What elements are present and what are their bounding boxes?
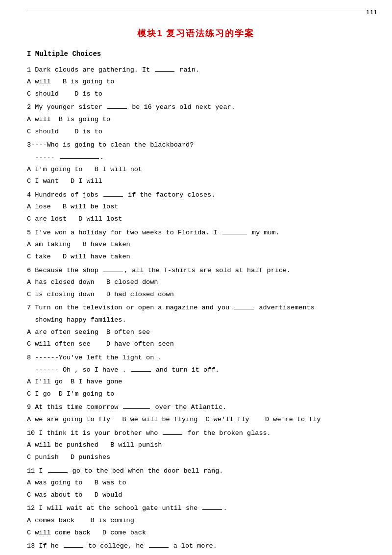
question-9: 9 At this time tomorrow over the Atlanti… <box>27 402 365 425</box>
q5-opt2: C take D will have taken <box>27 251 365 263</box>
q11-text: 11 I go to the bed when the door bell ra… <box>27 465 365 477</box>
q7-opt2: C will often see D have often seen <box>27 338 365 350</box>
q3-opt1: A I'm going to B I will not <box>27 164 365 176</box>
q7-text1: 7 Turn on the television or open a magaz… <box>27 302 365 314</box>
question-5: 5 I've won a holiday for two weeks to Fl… <box>27 227 365 263</box>
page-number-top: 111 <box>366 9 377 16</box>
question-2: 2 My younger sister be 16 years old next… <box>27 101 365 137</box>
q12-blank <box>202 509 222 510</box>
question-4: 4 Hundreds of jobs if the factory closes… <box>27 189 365 225</box>
q3-text1: 3----Who is going to clean the blackboar… <box>27 139 365 151</box>
q4-blank <box>103 196 123 197</box>
q9-opt1: A we are going to fly B we will be flyin… <box>27 414 365 426</box>
q2-opt2: C should D is to <box>27 126 365 138</box>
question-3: 3----Who is going to clean the blackboar… <box>27 139 365 187</box>
q3-text2: ----- . <box>27 151 365 163</box>
q2-text: 2 My younger sister be 16 years old next… <box>27 101 365 113</box>
q1-opt2: C should D is to <box>27 88 365 100</box>
q5-text: 5 I've won a holiday for two weeks to Fl… <box>27 227 365 239</box>
q1-text: 1 Dark clouds are gathering. It rain. <box>27 64 365 76</box>
q3-blank <box>60 158 99 159</box>
q12-text: 12 I will wait at the school gate until … <box>27 503 365 514</box>
q10-opt1: A will be punished B will punish <box>27 439 365 451</box>
q4-opt2: C are lost D will lost <box>27 213 365 225</box>
q4-opt1: A lose B will be lost <box>27 201 365 213</box>
q8-opt1: A I'll go B I have gone <box>27 376 365 388</box>
q6-opt2: C is closing down D had closed down <box>27 289 365 301</box>
q8-text1: 8 ------You've left the light on . <box>27 352 365 364</box>
q3-opt2: C I want D I will <box>27 176 365 187</box>
page-title: 模块1 复习语法练习的学案 <box>27 27 365 39</box>
q2-blank <box>107 108 127 109</box>
question-8: 8 ------You've left the light on . -----… <box>27 352 365 400</box>
question-6: 6 Because the shop , all the T-shirts ar… <box>27 265 365 301</box>
q1-blank <box>155 71 174 72</box>
q13-text: 13 If he to college, he a lot more. <box>27 540 365 552</box>
q8-blank <box>131 371 151 372</box>
q2-opt1: A will B is going to <box>27 114 365 126</box>
q11-opt2: C was about to D would <box>27 489 365 501</box>
section-header: I Multiple Choices <box>27 48 365 60</box>
q6-text: 6 Because the shop , all the T-shirts ar… <box>27 265 365 277</box>
q13-blank2 <box>149 547 169 548</box>
q4-text: 4 Hundreds of jobs if the factory closes… <box>27 189 365 201</box>
q6-blank <box>103 272 123 272</box>
q12-opt2: C will come back D come back <box>27 527 365 539</box>
q9-text: 9 At this time tomorrow over the Atlanti… <box>27 402 365 413</box>
q7-opt1: A are often seeing B often see <box>27 327 365 338</box>
question-7: 7 Turn on the television or open a magaz… <box>27 302 365 350</box>
top-divider <box>27 10 365 10</box>
q5-blank <box>222 234 247 234</box>
question-1: 1 Dark clouds are gathering. It rain. A … <box>27 64 365 100</box>
page-container: 111 模块1 复习语法练习的学案 I Multiple Choices 1 D… <box>0 0 392 555</box>
q8-text2: ------ Oh , so I have . and turn it off. <box>27 364 365 376</box>
q10-blank <box>163 434 182 435</box>
q12-opt1: A comes back B is coming <box>27 515 365 527</box>
q10-text: 10 I think it is your brother who for th… <box>27 428 365 439</box>
q1-opt1: A will B is going to <box>27 76 365 88</box>
q5-opt1: A am taking B have taken <box>27 239 365 251</box>
q10-opt2: C punish D punishes <box>27 452 365 463</box>
question-11: 11 I go to the bed when the door bell ra… <box>27 465 365 501</box>
q11-blank <box>48 472 68 473</box>
question-13: 13 If he to college, he a lot more. A wi… <box>27 540 365 555</box>
content-area: I Multiple Choices 1 Dark clouds are gat… <box>27 48 365 555</box>
q7-text2: showing happy families. <box>27 314 365 326</box>
q6-opt1: A has closed down B closed down <box>27 277 365 288</box>
q7-blank <box>234 309 254 309</box>
question-10: 10 I think it is your brother who for th… <box>27 428 365 463</box>
q13-blank1 <box>64 547 83 548</box>
q13-opt1: A will go; will learn <box>27 553 365 555</box>
q11-opt1: A was going to B was to <box>27 477 365 489</box>
q8-opt2: C I go D I'm going to <box>27 388 365 400</box>
question-12: 12 I will wait at the school gate until … <box>27 503 365 538</box>
q9-blank <box>123 408 150 409</box>
